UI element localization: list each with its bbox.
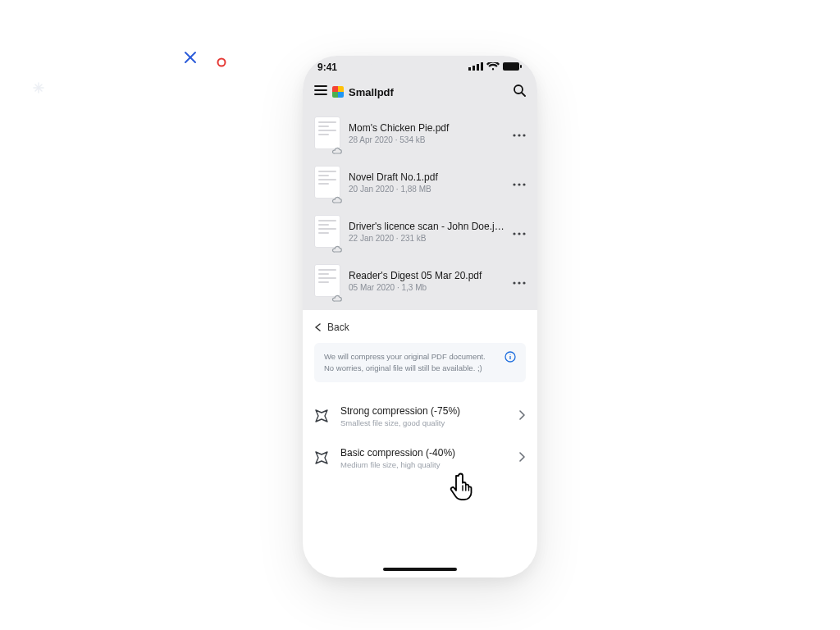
file-row[interactable]: Driver's licence scan - John Doe.jpg 22 … bbox=[303, 207, 537, 256]
more-icon[interactable] bbox=[513, 175, 526, 189]
svg-point-2 bbox=[218, 59, 226, 66]
decoration-sparkle-icon bbox=[33, 82, 44, 97]
svg-point-20 bbox=[523, 134, 525, 136]
wifi-icon bbox=[486, 62, 500, 73]
compress-icon bbox=[314, 450, 329, 465]
file-thumbnail-icon bbox=[314, 116, 340, 149]
file-list: Mom's Chicken Pie.pdf 28 Apr 2020 · 534 … bbox=[303, 108, 537, 310]
battery-icon bbox=[503, 62, 523, 73]
file-subtitle: 05 Mar 2020 · 1,3 Mb bbox=[349, 283, 504, 292]
option-subtitle: Smallest file size, good quality bbox=[340, 418, 508, 427]
cloud-icon bbox=[331, 291, 343, 299]
chevron-right-icon bbox=[519, 409, 526, 423]
file-title: Mom's Chicken Pie.pdf bbox=[349, 122, 504, 134]
file-thumbnail-icon bbox=[314, 215, 340, 248]
cloud-icon bbox=[331, 242, 343, 250]
cloud-icon bbox=[331, 144, 343, 152]
svg-point-23 bbox=[523, 183, 525, 185]
back-label: Back bbox=[327, 322, 349, 333]
svg-point-28 bbox=[518, 281, 520, 284]
back-button[interactable]: Back bbox=[314, 320, 526, 343]
status-time: 9:41 bbox=[317, 62, 337, 73]
file-subtitle: 28 Apr 2020 · 534 kB bbox=[349, 135, 504, 144]
file-title: Novel Draft No.1.pdf bbox=[349, 171, 504, 183]
svg-point-18 bbox=[513, 134, 515, 136]
app-brand: Smallpdf bbox=[349, 86, 394, 98]
more-icon[interactable] bbox=[513, 273, 526, 288]
menu-icon[interactable] bbox=[314, 84, 327, 99]
info-banner: We will compress your original PDF docum… bbox=[314, 343, 526, 382]
svg-point-26 bbox=[523, 232, 525, 235]
svg-point-21 bbox=[513, 183, 515, 185]
svg-line-17 bbox=[522, 93, 525, 96]
signal-icon bbox=[468, 62, 483, 73]
file-title: Reader's Digest 05 Mar 20.pdf bbox=[349, 270, 504, 281]
decoration-circle-icon bbox=[217, 56, 226, 71]
svg-rect-8 bbox=[472, 66, 475, 71]
app-header: Smallpdf bbox=[303, 79, 537, 108]
home-indicator bbox=[383, 568, 457, 571]
file-title: Driver's licence scan - John Doe.jpg bbox=[349, 221, 504, 232]
svg-point-29 bbox=[523, 281, 525, 284]
file-row[interactable]: Reader's Digest 05 Mar 20.pdf 05 Mar 202… bbox=[303, 256, 537, 305]
file-row[interactable]: Novel Draft No.1.pdf 20 Jan 2020 · 1,88 … bbox=[303, 158, 537, 207]
svg-rect-10 bbox=[481, 62, 483, 71]
more-icon[interactable] bbox=[513, 126, 526, 140]
file-thumbnail-icon bbox=[314, 166, 340, 199]
file-subtitle: 22 Jan 2020 · 231 kB bbox=[349, 234, 504, 243]
chevron-right-icon bbox=[519, 450, 526, 465]
option-title: Basic compression (-40%) bbox=[340, 447, 508, 459]
svg-rect-12 bbox=[520, 65, 522, 68]
svg-point-32 bbox=[509, 354, 510, 354]
option-strong-compression[interactable]: Strong compression (-75%) Smallest file … bbox=[314, 395, 526, 437]
phone-mockup: 9:41 Smallpdf bbox=[303, 56, 537, 578]
option-subtitle: Medium file size, high quality bbox=[340, 460, 508, 469]
svg-point-19 bbox=[518, 134, 520, 136]
info-text-line2: No worries, original file will still be … bbox=[324, 363, 496, 374]
svg-rect-7 bbox=[468, 67, 471, 71]
compress-sheet: Back We will compress your original PDF … bbox=[303, 310, 537, 512]
file-thumbnail-icon bbox=[314, 264, 340, 297]
svg-point-25 bbox=[518, 232, 520, 235]
svg-point-22 bbox=[518, 183, 520, 185]
search-icon[interactable] bbox=[513, 84, 526, 100]
decoration-x-icon bbox=[184, 51, 197, 67]
file-row[interactable]: Mom's Chicken Pie.pdf 28 Apr 2020 · 534 … bbox=[303, 108, 537, 158]
compress-icon bbox=[314, 409, 329, 423]
cloud-icon bbox=[331, 193, 343, 201]
svg-rect-11 bbox=[503, 62, 519, 71]
option-title: Strong compression (-75%) bbox=[340, 405, 508, 417]
svg-point-24 bbox=[513, 232, 515, 235]
info-icon bbox=[504, 351, 516, 366]
more-icon[interactable] bbox=[513, 224, 526, 239]
smallpdf-logo-icon bbox=[332, 86, 344, 98]
svg-point-27 bbox=[513, 281, 515, 284]
svg-rect-9 bbox=[477, 64, 479, 71]
option-basic-compression[interactable]: Basic compression (-40%) Medium file siz… bbox=[314, 437, 526, 479]
info-text-line1: We will compress your original PDF docum… bbox=[324, 351, 496, 363]
phone-notch bbox=[371, 56, 469, 74]
file-subtitle: 20 Jan 2020 · 1,88 MB bbox=[349, 185, 504, 194]
